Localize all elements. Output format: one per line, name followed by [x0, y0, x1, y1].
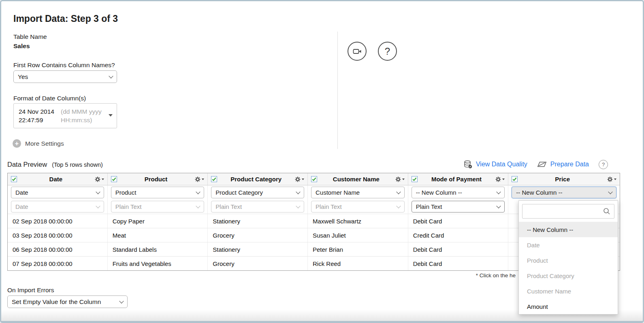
- column-header-product-category[interactable]: Product Category: [208, 173, 308, 185]
- dropdown-option-amount[interactable]: Amount: [519, 299, 618, 314]
- import-errors-select[interactable]: Set Empty Value for the Column: [7, 295, 128, 308]
- chevron-down-icon: [196, 204, 200, 208]
- help-button[interactable]: ?: [378, 42, 397, 61]
- dropdown-option-product-category[interactable]: Product Category: [519, 268, 618, 283]
- data-preview-subtitle: (Top 5 rows shown): [52, 162, 103, 168]
- checkbox[interactable]: [311, 176, 317, 182]
- prepare-data-icon: [537, 160, 547, 169]
- small-question-mark-icon: ?: [602, 162, 605, 168]
- column-title: Date: [17, 176, 95, 183]
- cell: Copy Paper: [108, 214, 208, 228]
- cell: 03 Sep 2018 00:00:00: [8, 228, 108, 242]
- type-select-customer-name[interactable]: Plain Text: [311, 201, 405, 212]
- import-errors-select-value: Set Empty Value for the Column: [12, 298, 101, 306]
- chevron-down-icon: [109, 74, 113, 78]
- gear-icon: [195, 176, 200, 182]
- prepare-data-label: Prepare Data: [550, 161, 589, 168]
- question-mark-icon: ?: [385, 46, 390, 57]
- gear-icon: [395, 176, 401, 182]
- chevron-down-icon: [119, 299, 124, 303]
- dropdown-caret-icon: [109, 114, 113, 117]
- table-name-value: Sales: [13, 42, 30, 50]
- first-row-label: First Row Contains Column Names?: [13, 62, 115, 69]
- column-header-customer-name[interactable]: Customer Name: [308, 173, 408, 185]
- import-data-window: Import Data: Step 3 of 3 Table Name Sale…: [0, 0, 644, 323]
- video-help-button[interactable]: [348, 42, 367, 61]
- cell: 06 Sep 2018 00:00:00: [8, 242, 108, 256]
- new-column-dropdown-panel: -- New Column -- Date Product Product Ca…: [518, 200, 618, 314]
- chevron-down-icon: [608, 189, 612, 194]
- column-header-price[interactable]: Price: [508, 173, 620, 185]
- first-row-select[interactable]: Yes: [13, 70, 117, 83]
- preview-help-button[interactable]: ?: [599, 160, 608, 169]
- vertical-divider: [337, 32, 338, 149]
- cell: Stationery: [208, 242, 308, 256]
- chevron-down-icon: [497, 204, 501, 208]
- column-header-mode-of-payment[interactable]: Mode of Payment: [408, 173, 509, 185]
- dropdown-caret-icon: [614, 178, 616, 180]
- checkbox[interactable]: [512, 176, 518, 182]
- more-settings-label: More Settings: [25, 140, 64, 147]
- column-header-date[interactable]: Date: [8, 173, 108, 185]
- column-title: Product: [117, 176, 195, 183]
- chevron-down-icon: [96, 204, 100, 208]
- first-row-select-value: Yes: [18, 73, 28, 81]
- check-icon: [512, 177, 517, 181]
- mapping-select-mode-of-payment[interactable]: -- New Column --: [412, 187, 505, 198]
- cell: Debit Card: [408, 257, 509, 270]
- column-settings-button[interactable]: [195, 176, 204, 182]
- chevron-down-icon: [296, 189, 300, 194]
- data-preview-title: Data Preview: [7, 161, 47, 168]
- cell: 02 Sep 2018 00:00:00: [8, 214, 108, 228]
- column-settings-button[interactable]: [95, 176, 104, 182]
- dropdown-option-date[interactable]: Date: [519, 237, 618, 253]
- column-title: Mode of Payment: [418, 176, 496, 183]
- column-title: Product Category: [217, 176, 295, 183]
- type-select-date[interactable]: Date: [11, 201, 104, 212]
- check-icon: [212, 177, 216, 181]
- column-settings-button[interactable]: [495, 176, 505, 182]
- type-select-product[interactable]: Plain Text: [111, 201, 205, 212]
- dropdown-option-new-column[interactable]: -- New Column --: [519, 222, 618, 237]
- view-data-quality-link[interactable]: View Data Quality: [463, 160, 527, 169]
- column-settings-button[interactable]: [607, 176, 616, 182]
- cell: Debit Card: [408, 242, 509, 256]
- date-format-select[interactable]: 24 Nov 2014 22:47:59 (dd MMM yyyy HH:mm:…: [13, 103, 117, 128]
- dropdown-option-product[interactable]: Product: [519, 253, 618, 268]
- dropdown-search-input[interactable]: [522, 204, 614, 218]
- mapping-select-date[interactable]: Date: [11, 187, 104, 198]
- checkbox[interactable]: [412, 176, 418, 182]
- table-name-label: Table Name: [13, 33, 47, 40]
- cell: Credit Card: [408, 228, 509, 242]
- mapping-select-product-category[interactable]: Product Category: [211, 187, 304, 198]
- search-icon: [603, 207, 611, 215]
- cell: Peter Brian: [308, 242, 408, 256]
- column-settings-button[interactable]: [295, 176, 304, 182]
- date-format-value: 24 Nov 2014 22:47:59: [19, 107, 61, 124]
- type-select-mode-of-payment[interactable]: Plain Text: [412, 201, 505, 212]
- column-settings-button[interactable]: [395, 176, 405, 182]
- type-select-product-category[interactable]: Plain Text: [211, 201, 304, 212]
- mapping-select-customer-name[interactable]: Customer Name: [311, 187, 405, 198]
- check-icon: [412, 177, 417, 181]
- cell: Meat: [108, 228, 208, 242]
- cell: Susan Juliet: [308, 228, 408, 242]
- cell: Grocery: [208, 228, 308, 242]
- checkbox[interactable]: [211, 176, 217, 182]
- database-check-icon: [463, 160, 472, 169]
- column-header-product[interactable]: Product: [108, 173, 208, 185]
- chevron-down-icon: [396, 189, 401, 194]
- cell: Standard Labels: [108, 242, 208, 256]
- dropdown-search-box: [522, 204, 614, 219]
- more-settings-button[interactable]: + More Settings: [13, 139, 64, 148]
- gear-icon: [95, 176, 100, 182]
- dropdown-option-customer-name[interactable]: Customer Name: [519, 283, 618, 299]
- mapping-select-product[interactable]: Product: [111, 187, 205, 198]
- dropdown-caret-icon: [402, 178, 405, 180]
- checkbox[interactable]: [11, 176, 17, 182]
- checkbox[interactable]: [111, 176, 117, 182]
- mapping-select-price[interactable]: -- New Column --: [512, 187, 616, 198]
- gear-icon: [495, 176, 501, 182]
- video-camera-icon: [352, 46, 363, 57]
- prepare-data-link[interactable]: Prepare Data: [537, 160, 589, 169]
